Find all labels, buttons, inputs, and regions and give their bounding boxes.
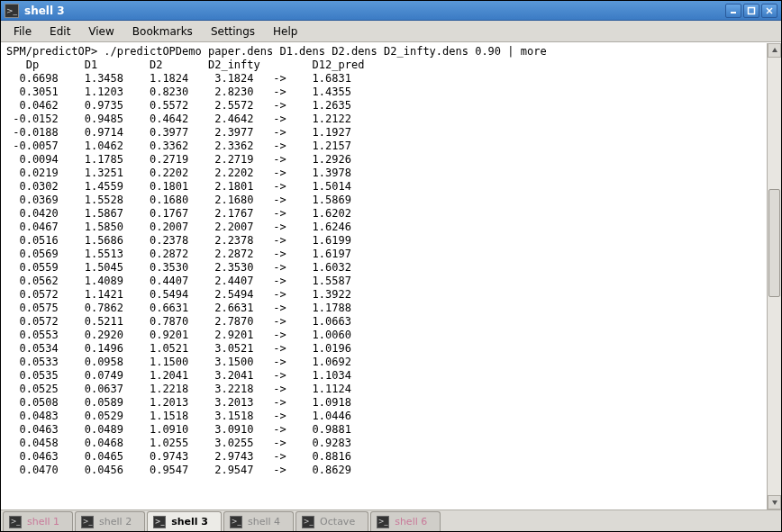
close-button[interactable] bbox=[761, 4, 777, 18]
minimize-button[interactable] bbox=[725, 4, 741, 18]
tab-shell-4[interactable]: >_shell 4 bbox=[223, 511, 294, 531]
terminal-icon: >_ bbox=[302, 516, 314, 528]
maximize-button[interactable] bbox=[743, 4, 759, 18]
tab-label: Octave bbox=[320, 516, 355, 527]
tab-octave[interactable]: >_Octave bbox=[296, 511, 368, 531]
menu-edit[interactable]: Edit bbox=[41, 23, 79, 41]
menu-bookmarks[interactable]: Bookmarks bbox=[123, 23, 202, 41]
window-frame: >_ shell 3 File Edit View Bookmarks Sett… bbox=[0, 0, 782, 532]
tab-label: shell 2 bbox=[99, 516, 132, 527]
terminal-icon: >_ bbox=[9, 516, 22, 528]
terminal-viewport[interactable]: SPM/predictOP> ./predictOPDemo paper.den… bbox=[1, 42, 781, 509]
titlebar: >_ shell 3 bbox=[1, 1, 781, 21]
tab-label: shell 3 bbox=[171, 516, 208, 527]
svg-marker-5 bbox=[772, 500, 777, 505]
tab-label: shell 6 bbox=[395, 516, 427, 527]
scroll-down-button[interactable] bbox=[768, 495, 781, 509]
terminal-icon: >_ bbox=[153, 516, 166, 528]
svg-marker-4 bbox=[772, 48, 777, 52]
window-title: shell 3 bbox=[24, 5, 723, 17]
terminal-output: SPM/predictOP> ./predictOPDemo paper.den… bbox=[6, 45, 776, 477]
svg-rect-1 bbox=[749, 7, 755, 14]
menu-file[interactable]: File bbox=[5, 23, 41, 41]
tab-shell-1[interactable]: >_shell 1 bbox=[3, 511, 73, 531]
tab-shell-2[interactable]: >_shell 2 bbox=[75, 511, 145, 531]
tab-label: shell 4 bbox=[248, 516, 280, 527]
scroll-thumb[interactable] bbox=[768, 189, 780, 297]
menu-help[interactable]: Help bbox=[264, 23, 306, 41]
tab-label: shell 1 bbox=[27, 516, 59, 527]
tabbar: >_shell 1>_shell 2>_shell 3>_shell 4>_Oc… bbox=[1, 509, 781, 531]
scroll-track[interactable] bbox=[768, 58, 781, 495]
scroll-up-button[interactable] bbox=[768, 43, 781, 58]
terminal-app-icon: >_ bbox=[5, 4, 19, 18]
vertical-scrollbar[interactable] bbox=[767, 43, 781, 509]
tab-shell-6[interactable]: >_shell 6 bbox=[370, 511, 441, 531]
menu-view[interactable]: View bbox=[79, 23, 123, 41]
terminal-icon: >_ bbox=[81, 516, 94, 528]
menu-settings[interactable]: Settings bbox=[202, 23, 264, 41]
menubar: File Edit View Bookmarks Settings Help bbox=[1, 21, 781, 42]
terminal-icon: >_ bbox=[230, 516, 242, 528]
terminal-icon: >_ bbox=[377, 516, 389, 528]
tab-shell-3[interactable]: >_shell 3 bbox=[147, 511, 222, 531]
